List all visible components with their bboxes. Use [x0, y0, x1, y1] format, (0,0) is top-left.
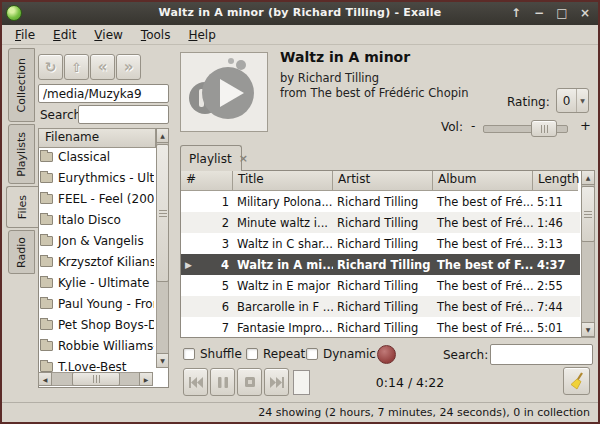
playlist-scroll-thumb[interactable]: [581, 186, 595, 242]
menu-tools[interactable]: Tools: [132, 26, 180, 44]
playlist-search-input[interactable]: [490, 344, 593, 365]
rating-label: Rating:: [507, 95, 550, 109]
scroll-left-icon[interactable]: ◀: [38, 372, 52, 386]
file-row[interactable]: Robbie Williams-: [40, 336, 154, 356]
volume-min-label: -: [471, 119, 475, 133]
dynamic-label[interactable]: Dynamic: [323, 347, 376, 361]
folder-icon: [40, 341, 53, 351]
volume-max-label: +: [580, 118, 591, 133]
shuffle-label[interactable]: Shuffle: [200, 347, 242, 361]
playlist-tab[interactable]: Playlist ×: [180, 145, 242, 171]
track-row[interactable]: 6 Barcarolle in F ... Richard Tilling Th…: [181, 296, 580, 317]
folder-icon: [40, 320, 53, 330]
column-header-num[interactable]: #: [181, 171, 233, 191]
file-row[interactable]: Jon & Vangelis: [40, 231, 154, 251]
record-button[interactable]: [377, 345, 396, 364]
up-arrow-icon: ⇧: [71, 60, 82, 75]
sidebar-tab-radio[interactable]: Radio: [8, 230, 35, 274]
file-row[interactable]: Classical: [40, 147, 154, 167]
close-tab-icon[interactable]: ×: [239, 152, 248, 165]
column-header-artist[interactable]: Artist: [333, 171, 433, 191]
repeat-checkbox[interactable]: [246, 348, 258, 360]
playlist-tab-label: Playlist: [189, 152, 232, 166]
scroll-down-icon[interactable]: ▼: [156, 353, 169, 368]
forward-icon: »: [124, 58, 134, 76]
chevron-down-icon: ▼: [577, 89, 588, 112]
file-list-scroll-thumb[interactable]: [156, 144, 169, 282]
dynamic-checkbox[interactable]: [306, 348, 318, 360]
seek-progress-bar[interactable]: [293, 370, 310, 395]
repeat-label[interactable]: Repeat: [263, 347, 305, 361]
column-header-album[interactable]: Album: [433, 171, 533, 191]
refresh-icon: ↻: [45, 59, 57, 75]
file-row[interactable]: Paul Young - Fron: [40, 294, 154, 314]
shuffle-checkbox[interactable]: [183, 348, 195, 360]
track-row[interactable]: 1 Military Polona... Richard Tilling The…: [181, 191, 580, 212]
scroll-up-icon[interactable]: ▲: [581, 170, 595, 185]
stop-button[interactable]: [237, 368, 262, 396]
track-row[interactable]: 7 Fantasie Impro... Richard Tilling The …: [181, 317, 580, 338]
file-row[interactable]: Krzysztof Kilians: [40, 252, 154, 272]
playlist-table: # Title Artist Album Length 1 Military P…: [180, 170, 595, 338]
playlist-search-label: Search:: [443, 348, 488, 362]
sidebar-tab-playlists[interactable]: Playlists: [8, 124, 35, 184]
folder-icon: [40, 152, 53, 162]
refresh-button[interactable]: ↻: [38, 54, 63, 80]
menu-file[interactable]: File: [6, 26, 44, 44]
now-playing-title: Waltz in A minor: [280, 49, 410, 65]
playlist-table-header: # Title Artist Album Length: [181, 171, 580, 191]
scroll-down-icon[interactable]: ▼: [581, 322, 595, 337]
file-row[interactable]: Italo Disco: [40, 210, 154, 230]
folder-icon: [40, 257, 53, 267]
forward-button[interactable]: »: [116, 54, 141, 80]
file-row[interactable]: Kylie - Ultimate: [40, 273, 154, 293]
now-playing-arrow-icon: ▶: [185, 260, 192, 270]
scroll-right-icon[interactable]: ▶: [139, 372, 153, 386]
album-art: [180, 52, 268, 132]
maximize-window-icon[interactable]: □: [555, 6, 569, 20]
track-row[interactable]: 5 Waltz in E major Richard Tilling The b…: [181, 275, 580, 296]
file-row[interactable]: FEEL - Feel (2007: [40, 189, 154, 209]
scroll-up-icon[interactable]: ▲: [156, 128, 169, 143]
file-row[interactable]: Pet Shop Boys-D: [40, 315, 154, 335]
titlebar[interactable]: Waltz in A minor (by Richard Tilling) - …: [0, 0, 600, 25]
status-bar: 24 showing (2 hours, 7 minutes, 24 secon…: [2, 402, 598, 422]
track-row[interactable]: 3 Waltz in C shar... Richard Tilling The…: [181, 233, 580, 254]
menu-edit[interactable]: Edit: [44, 26, 85, 44]
files-search-input[interactable]: [78, 105, 169, 124]
track-row-selected-playing[interactable]: ▶ 4 Waltz in A mi... Richard Tilling The…: [181, 254, 580, 275]
menu-view[interactable]: View: [85, 26, 131, 44]
previous-track-button[interactable]: [183, 368, 208, 396]
column-header-title[interactable]: Title: [233, 171, 333, 191]
path-input[interactable]: [38, 84, 169, 103]
folder-icon: [40, 194, 53, 204]
pause-icon: [218, 377, 228, 388]
back-icon: «: [98, 58, 108, 76]
no-cover-play-logo-icon: [181, 53, 267, 131]
playback-time: 0:14 / 4:22: [340, 375, 480, 390]
menu-help[interactable]: Help: [179, 26, 224, 44]
next-track-button[interactable]: [264, 368, 289, 396]
back-button[interactable]: «: [90, 54, 115, 80]
volume-slider-handle[interactable]: [531, 120, 557, 137]
sidebar-tab-collection[interactable]: Collection: [8, 48, 35, 122]
track-row[interactable]: 2 Minute waltz i... Richard Tilling The …: [181, 212, 580, 233]
rating-select[interactable]: 0 ▼: [556, 88, 589, 113]
volume-label: Vol:: [441, 120, 463, 134]
menubar: File Edit View Tools Help: [2, 25, 598, 45]
pause-button[interactable]: [210, 368, 235, 396]
minimize-window-icon[interactable]: −: [532, 6, 546, 20]
column-header-length[interactable]: Length: [533, 171, 578, 191]
file-row[interactable]: Eurythmics - Ulti: [40, 168, 154, 188]
clear-playlist-button[interactable]: [563, 367, 590, 395]
exaile-window: Waltz in A minor (by Richard Tilling) - …: [0, 0, 600, 424]
folder-icon: [40, 278, 53, 288]
file-list-hscroll-thumb[interactable]: [72, 372, 120, 386]
now-playing-artist: by Richard Tilling: [280, 71, 379, 85]
sidebar-tab-files[interactable]: Files: [6, 186, 38, 228]
up-directory-button[interactable]: ⇧: [64, 54, 89, 80]
close-window-icon[interactable]: ×: [578, 6, 592, 20]
previous-icon: [189, 377, 203, 388]
filename-column-header[interactable]: Filename: [38, 128, 156, 148]
shade-window-icon[interactable]: ↑: [509, 6, 523, 20]
